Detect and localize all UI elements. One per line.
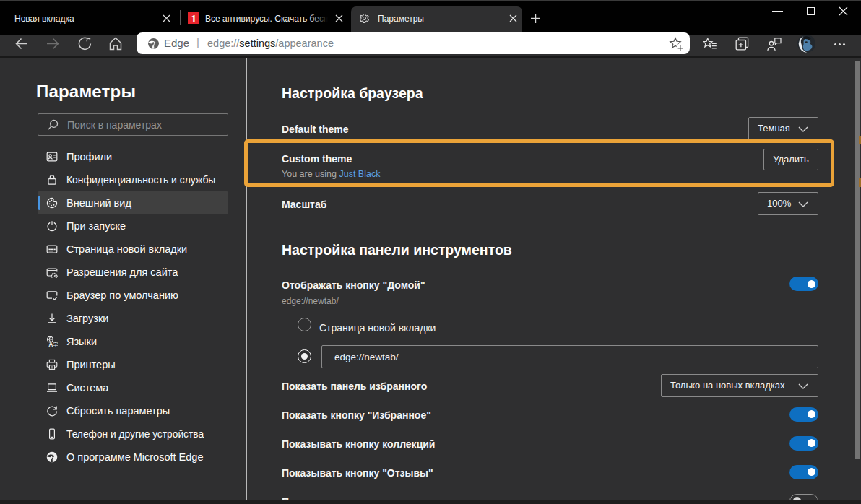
svg-text:字: 字 xyxy=(53,341,58,347)
